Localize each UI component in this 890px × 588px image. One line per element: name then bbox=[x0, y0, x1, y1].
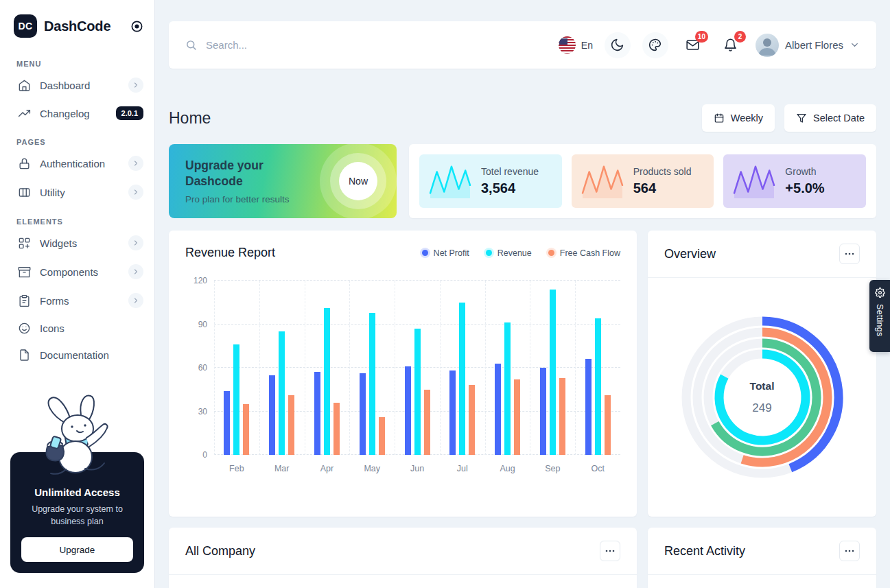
sidebar-item-label: Icons bbox=[40, 322, 143, 334]
profile-menu[interactable]: Albert Flores bbox=[756, 34, 860, 57]
overview-menu-button[interactable] bbox=[839, 244, 860, 264]
x-axis-label: Feb bbox=[214, 464, 259, 473]
file-icon bbox=[18, 349, 31, 362]
messages-button[interactable]: 10 bbox=[680, 32, 706, 58]
recent-activity-menu-button[interactable] bbox=[839, 541, 860, 561]
legend-net-profit[interactable]: Net Profit bbox=[422, 248, 469, 258]
gear-icon bbox=[875, 287, 885, 298]
revenue-report-title: Revenue Report bbox=[185, 246, 275, 260]
overview-title: Overview bbox=[664, 247, 716, 261]
bar bbox=[449, 371, 456, 455]
charts-row: Revenue Report Net Profit Revenue Fre bbox=[169, 231, 876, 517]
all-company-menu-button[interactable] bbox=[600, 541, 620, 561]
bar bbox=[324, 308, 330, 455]
notifications-button[interactable]: 2 bbox=[718, 32, 744, 58]
legend-free-cash-flow[interactable]: Free Cash Flow bbox=[548, 248, 620, 258]
sidebar-item-components[interactable]: Components bbox=[0, 257, 154, 286]
weekly-button[interactable]: Weekly bbox=[702, 104, 775, 132]
x-axis-label: Jul bbox=[440, 464, 485, 473]
legend-label: Free Cash Flow bbox=[560, 248, 620, 258]
palette-icon bbox=[648, 38, 662, 52]
radial-total-label: Total bbox=[750, 380, 775, 392]
stat-value: 564 bbox=[633, 180, 692, 196]
logo[interactable]: DC bbox=[14, 14, 37, 38]
sidebar-item-widgets[interactable]: Widgets bbox=[0, 228, 154, 257]
archive-icon bbox=[18, 266, 31, 279]
now-button[interactable]: Now bbox=[339, 162, 377, 200]
chevron-right-icon bbox=[128, 156, 143, 171]
radial-total-value: 249 bbox=[752, 401, 771, 415]
bar-group bbox=[349, 281, 395, 455]
section-label-elements: ELEMENTS bbox=[16, 217, 154, 226]
search-input[interactable] bbox=[204, 38, 424, 51]
version-badge: 2.0.1 bbox=[116, 106, 143, 120]
rabbit-illustration bbox=[26, 392, 129, 477]
chevron-down-icon bbox=[850, 40, 860, 50]
stat-label: Products sold bbox=[633, 166, 692, 177]
chevron-right-icon bbox=[128, 235, 143, 250]
sidebar-item-forms[interactable]: Forms bbox=[0, 286, 154, 315]
promo-title: Unlimited Access bbox=[21, 486, 133, 498]
bar-group bbox=[530, 281, 575, 455]
bar bbox=[414, 329, 421, 455]
notifications-badge: 2 bbox=[734, 31, 746, 43]
bar bbox=[424, 390, 430, 455]
all-company-card: All Company bbox=[169, 528, 637, 588]
legend-label: Net Profit bbox=[434, 248, 469, 258]
bar bbox=[469, 385, 475, 455]
stat-products-sold: Products sold 564 bbox=[572, 154, 714, 208]
revenue-bar-chart: 0306090120 FebMarAprMayJunJulAugSepOct bbox=[185, 281, 620, 473]
x-axis-label: May bbox=[349, 464, 395, 473]
x-axis-labels: FebMarAprMayJunJulAugSepOct bbox=[214, 464, 620, 473]
bar bbox=[540, 368, 546, 455]
bar bbox=[514, 379, 520, 455]
settings-tab[interactable]: Settings bbox=[869, 280, 890, 352]
all-company-title: All Company bbox=[185, 544, 255, 558]
bar bbox=[288, 395, 294, 455]
dark-mode-toggle[interactable] bbox=[605, 32, 631, 58]
chart-legend: Net Profit Revenue Free Cash Flow bbox=[422, 248, 620, 258]
bottom-row: All Company Recent Activity bbox=[169, 528, 876, 588]
revenue-report-card: Revenue Report Net Profit Revenue Fre bbox=[169, 231, 637, 517]
bar bbox=[559, 378, 565, 455]
recent-activity-head: Recent Activity bbox=[648, 528, 876, 575]
sidebar-item-icons[interactable]: Icons bbox=[0, 315, 154, 342]
logo-row: DC DashCode bbox=[0, 0, 154, 49]
theme-palette-button[interactable] bbox=[642, 32, 668, 58]
search-box[interactable] bbox=[185, 38, 559, 51]
avatar bbox=[756, 34, 779, 57]
bar-group bbox=[259, 281, 305, 455]
clipboard-icon bbox=[18, 294, 31, 307]
stat-label: Growth bbox=[785, 166, 824, 177]
select-date-button[interactable]: Select Date bbox=[784, 104, 876, 132]
bar bbox=[595, 318, 601, 455]
legend-revenue[interactable]: Revenue bbox=[486, 248, 532, 258]
overview-card-head: Overview bbox=[648, 231, 876, 278]
sidebar-item-label: Widgets bbox=[40, 237, 119, 249]
sidebar-item-dashboard[interactable]: Dashboard bbox=[0, 71, 154, 99]
chevron-right-icon bbox=[128, 264, 143, 279]
bar bbox=[243, 404, 249, 455]
upgrade-button[interactable]: Upgrade bbox=[21, 537, 133, 562]
bar bbox=[605, 395, 611, 455]
y-axis-label: 90 bbox=[185, 320, 207, 329]
chevron-right-icon bbox=[128, 185, 143, 200]
widgets-icon bbox=[18, 237, 31, 250]
sidebar-item-documentation[interactable]: Documentation bbox=[0, 342, 154, 368]
language-selector[interactable]: En bbox=[559, 36, 593, 54]
sparkline-icon bbox=[732, 162, 776, 200]
sidebar-item-authentication[interactable]: Authentication bbox=[0, 149, 154, 178]
sidebar-item-changelog[interactable]: Changelog 2.0.1 bbox=[0, 99, 154, 127]
y-axis-label: 120 bbox=[185, 276, 207, 285]
chevron-right-icon bbox=[128, 78, 143, 93]
bar-group bbox=[440, 281, 485, 455]
stat-label: Totel revenue bbox=[481, 166, 539, 177]
sidebar-collapse-toggle[interactable] bbox=[130, 20, 143, 33]
sidebar-item-utility[interactable]: Utility bbox=[0, 178, 154, 207]
trending-up-icon bbox=[18, 107, 31, 120]
x-axis-label: Jun bbox=[395, 464, 440, 473]
home-icon bbox=[18, 79, 31, 92]
y-axis-label: 0 bbox=[185, 450, 207, 460]
banner-title: Upgrade your Dashcode bbox=[185, 158, 309, 189]
sidebar-item-label: Forms bbox=[40, 295, 119, 307]
